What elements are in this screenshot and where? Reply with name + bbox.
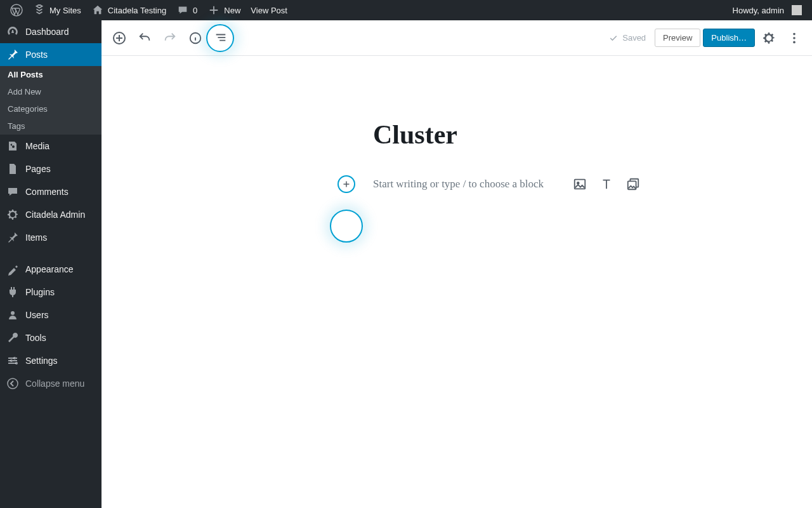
saved-label: Saved <box>622 33 646 43</box>
collapse-menu[interactable]: Collapse menu <box>0 372 102 395</box>
editor-toolbar: Saved Preview Publish… <box>102 20 812 56</box>
comments-icon <box>6 185 19 198</box>
menu-settings[interactable]: Settings <box>0 349 102 372</box>
users-icon <box>6 309 19 321</box>
menu-citadela-admin[interactable]: Citadela Admin <box>0 203 102 226</box>
submenu-all-posts[interactable]: All Posts <box>0 66 102 83</box>
site-name-label: Citadela Testing <box>108 6 166 15</box>
wp-logo[interactable] <box>5 0 28 20</box>
menu-posts-label: Posts <box>25 50 48 60</box>
wordpress-icon <box>10 4 23 17</box>
multisite-icon <box>33 4 46 17</box>
plus-icon <box>207 4 220 17</box>
menu-dashboard-label: Dashboard <box>25 27 69 37</box>
block-navigation-button[interactable] <box>209 27 232 50</box>
tools-icon <box>6 331 19 344</box>
svg-point-1 <box>11 311 15 315</box>
view-post-label: View Post <box>251 6 287 15</box>
my-sites[interactable]: My Sites <box>28 0 86 20</box>
menu-media-label: Media <box>25 141 49 151</box>
block-inserter-button[interactable] <box>337 175 355 193</box>
new-content[interactable]: New <box>202 0 246 20</box>
menu-plugins[interactable]: Plugins <box>0 281 102 304</box>
editor: Saved Preview Publish… Cluster <box>102 20 812 508</box>
howdy-label: Howdy, admin <box>733 6 784 15</box>
dashboard-icon <box>6 25 19 38</box>
svg-point-10 <box>793 41 796 43</box>
add-block-button[interactable] <box>108 27 131 50</box>
menu-appearance[interactable]: Appearance <box>0 258 102 281</box>
preview-button[interactable]: Preview <box>655 29 700 47</box>
my-sites-label: My Sites <box>49 6 81 15</box>
block-placeholder[interactable]: Start writing or type / to choose a bloc… <box>373 178 544 190</box>
admin-sidebar: Dashboard Posts All Posts Add New Catego… <box>0 20 102 508</box>
avatar <box>792 5 802 15</box>
home-icon <box>91 4 104 17</box>
menu-comments[interactable]: Comments <box>0 180 102 203</box>
menu-dashboard[interactable]: Dashboard <box>0 20 102 43</box>
appearance-icon <box>6 263 19 276</box>
submenu-categories[interactable]: Categories <box>0 100 102 117</box>
menu-media[interactable]: Media <box>0 135 102 157</box>
publish-button[interactable]: Publish… <box>703 29 755 47</box>
collapse-label: Collapse menu <box>25 378 84 389</box>
submenu-tags[interactable]: Tags <box>0 117 102 135</box>
svg-point-9 <box>793 37 796 39</box>
view-post[interactable]: View Post <box>246 0 292 20</box>
menu-items[interactable]: Items <box>0 226 102 249</box>
highlight-ring-icon <box>330 210 363 243</box>
menu-plugins-label: Plugins <box>25 287 55 297</box>
save-status: Saved <box>602 33 652 43</box>
content-info-button[interactable] <box>184 27 207 50</box>
svg-point-4 <box>15 362 18 364</box>
redo-button[interactable] <box>159 27 181 50</box>
menu-users-label: Users <box>25 310 49 320</box>
submenu-add-new[interactable]: Add New <box>0 83 102 100</box>
collapse-icon <box>6 377 19 390</box>
heading-block-icon[interactable] <box>599 177 614 192</box>
admin-bar: My Sites Citadela Testing 0 New View Pos… <box>0 0 812 20</box>
svg-point-8 <box>793 32 796 35</box>
menu-settings-label: Settings <box>25 356 58 366</box>
menu-comments-label: Comments <box>25 187 69 197</box>
menu-tools-label: Tools <box>25 333 46 343</box>
menu-pages-label: Pages <box>25 164 51 174</box>
svg-point-5 <box>8 378 18 389</box>
menu-citadela-admin-label: Citadela Admin <box>25 210 85 220</box>
menu-items-label: Items <box>25 232 47 243</box>
site-name[interactable]: Citadela Testing <box>86 0 171 20</box>
comments-count: 0 <box>193 6 197 15</box>
new-label: New <box>224 6 240 15</box>
comment-icon <box>176 4 189 17</box>
my-account[interactable]: Howdy, admin <box>728 0 807 20</box>
pin-icon <box>6 48 19 61</box>
pages-icon <box>6 163 19 175</box>
media-icon <box>6 140 19 152</box>
image-block-icon[interactable] <box>572 177 587 192</box>
post-title[interactable]: Cluster <box>373 119 812 150</box>
check-icon <box>608 33 619 43</box>
pin-icon <box>6 231 19 244</box>
more-options-button[interactable] <box>783 27 806 50</box>
gallery-block-icon[interactable] <box>625 177 641 192</box>
comments-bubble[interactable]: 0 <box>171 0 202 20</box>
menu-posts[interactable]: Posts <box>0 43 102 66</box>
menu-users[interactable]: Users <box>0 304 102 326</box>
menu-tools[interactable]: Tools <box>0 326 102 349</box>
menu-pages[interactable]: Pages <box>0 157 102 180</box>
undo-button[interactable] <box>133 27 156 50</box>
submenu-posts: All Posts Add New Categories Tags <box>0 66 102 135</box>
svg-point-2 <box>13 357 16 359</box>
settings-icon <box>6 354 19 367</box>
plugins-icon <box>6 286 19 298</box>
settings-toggle-button[interactable] <box>757 27 780 50</box>
gear-icon <box>6 208 19 221</box>
menu-appearance-label: Appearance <box>25 264 74 274</box>
svg-point-3 <box>10 359 13 362</box>
svg-point-12 <box>577 182 579 184</box>
